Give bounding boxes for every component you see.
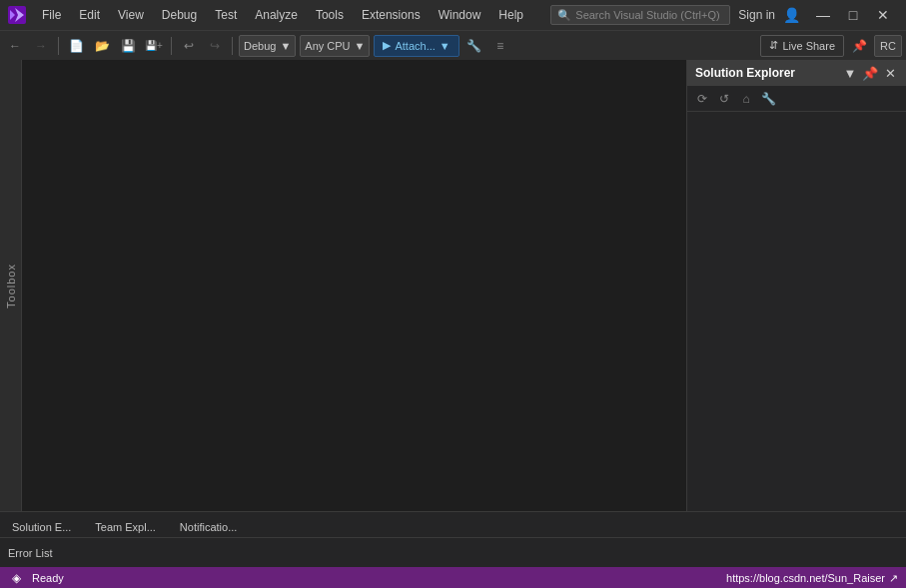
search-placeholder: Search Visual Studio (Ctrl+Q) (575, 9, 719, 21)
se-refresh-btn[interactable]: ↺ (715, 90, 733, 108)
forward-button[interactable]: → (30, 35, 52, 57)
editor-area (22, 60, 686, 511)
status-right: https://blog.csdn.net/Sun_Raiser ↗ (726, 572, 898, 585)
cpu-config-arrow: ▼ (355, 40, 366, 52)
menu-edit[interactable]: Edit (71, 6, 108, 24)
status-icon: ◈ (8, 570, 24, 586)
title-bar: File Edit View Debug Test Analyze Tools … (0, 0, 906, 30)
solution-explorer-close-btn[interactable]: ✕ (882, 65, 898, 81)
rc-button[interactable]: RC (874, 35, 902, 57)
status-bar: ◈ Ready https://blog.csdn.net/Sun_Raiser… (0, 567, 906, 588)
separator-1 (58, 37, 59, 55)
solution-explorer-title: Solution Explorer (695, 66, 838, 80)
svg-marker-0 (10, 10, 15, 20)
close-button[interactable]: ✕ (868, 5, 898, 25)
external-link-icon: ↗ (889, 572, 898, 585)
redo-button[interactable]: ↪ (204, 35, 226, 57)
bottom-tabs: Solution E... Team Expl... Notificatio..… (0, 511, 906, 537)
solution-explorer-panel: Solution Explorer ▼ 📌 ✕ ⟳ ↺ ⌂ 🔧 (686, 60, 906, 511)
live-share-button[interactable]: ⇵ Live Share (760, 35, 844, 57)
save-button[interactable]: 💾 (117, 35, 139, 57)
solution-explorer-pin-btn[interactable]: 📌 (862, 65, 878, 81)
back-button[interactable]: ← (4, 35, 26, 57)
debug-config-arrow: ▼ (280, 40, 291, 52)
menu-help[interactable]: Help (490, 6, 531, 24)
person-icon: 👤 (783, 7, 800, 23)
tab-notifications[interactable]: Notificatio... (168, 516, 249, 537)
live-share-icon: ⇵ (769, 39, 778, 52)
toolbox-panel[interactable]: Toolbox (0, 60, 22, 511)
toolbar: ← → 📄 📂 💾 💾+ ↩ ↪ Debug ▼ Any CPU ▼ ▶ Att… (0, 30, 906, 60)
status-text: Ready (32, 572, 64, 584)
menu-extensions[interactable]: Extensions (354, 6, 429, 24)
cpu-config-label: Any CPU (305, 40, 350, 52)
main-area: Toolbox Solution Explorer ▼ 📌 ✕ ⟳ ↺ ⌂ 🔧 (0, 60, 906, 511)
search-box[interactable]: 🔍 Search Visual Studio (Ctrl+Q) (550, 5, 730, 25)
status-url-area[interactable]: https://blog.csdn.net/Sun_Raiser ↗ (726, 572, 898, 585)
start-button[interactable]: ▶ Attach... ▼ (374, 35, 458, 57)
start-label: Attach... (395, 40, 435, 52)
tab-team-explorer[interactable]: Team Expl... (83, 516, 168, 537)
separator-2 (171, 37, 172, 55)
menu-view[interactable]: View (110, 6, 152, 24)
se-sync-btn[interactable]: ⟳ (693, 90, 711, 108)
se-settings-btn[interactable]: 🔧 (759, 90, 777, 108)
se-home-btn[interactable]: ⌂ (737, 90, 755, 108)
window-controls: — □ ✕ (808, 5, 898, 25)
menu-bar: File Edit View Debug Test Analyze Tools … (34, 6, 542, 24)
menu-window[interactable]: Window (431, 6, 489, 24)
solution-explorer-toolbar: ⟳ ↺ ⌂ 🔧 (687, 86, 906, 112)
open-button[interactable]: 📂 (91, 35, 113, 57)
save-all-button[interactable]: 💾+ (143, 35, 165, 57)
extra-btn-2[interactable]: ≡ (489, 35, 511, 57)
maximize-button[interactable]: □ (838, 5, 868, 25)
bottom-panel: Error List (0, 537, 906, 567)
vs-logo (8, 6, 26, 24)
menu-debug[interactable]: Debug (154, 6, 205, 24)
debug-config-label: Debug (244, 40, 276, 52)
debug-config-dropdown[interactable]: Debug ▼ (239, 35, 296, 57)
menu-test[interactable]: Test (207, 6, 245, 24)
live-share-label: Live Share (782, 40, 835, 52)
separator-3 (232, 37, 233, 55)
start-arrow: ▼ (440, 40, 451, 52)
toolbox-label: Toolbox (5, 264, 17, 308)
status-url: https://blog.csdn.net/Sun_Raiser (726, 572, 885, 584)
minimize-button[interactable]: — (808, 5, 838, 25)
play-icon: ▶ (383, 39, 391, 52)
pin-toolbar-button[interactable]: 📌 (848, 35, 870, 57)
menu-file[interactable]: File (34, 6, 69, 24)
sign-in-area: Sign in 👤 (738, 7, 800, 23)
solution-explorer-header: Solution Explorer ▼ 📌 ✕ (687, 60, 906, 86)
extra-btn-1[interactable]: 🔧 (463, 35, 485, 57)
solution-explorer-dropdown-btn[interactable]: ▼ (842, 65, 858, 81)
svg-marker-1 (15, 8, 24, 22)
new-project-button[interactable]: 📄 (65, 35, 87, 57)
sign-in-label[interactable]: Sign in (738, 8, 775, 22)
undo-button[interactable]: ↩ (178, 35, 200, 57)
tab-solution-explorer[interactable]: Solution E... (0, 516, 83, 537)
solution-explorer-content (687, 112, 906, 511)
search-icon: 🔍 (557, 9, 571, 22)
error-list-button[interactable]: Error List (8, 547, 53, 559)
menu-tools[interactable]: Tools (308, 6, 352, 24)
menu-analyze[interactable]: Analyze (247, 6, 306, 24)
cpu-config-dropdown[interactable]: Any CPU ▼ (300, 35, 370, 57)
